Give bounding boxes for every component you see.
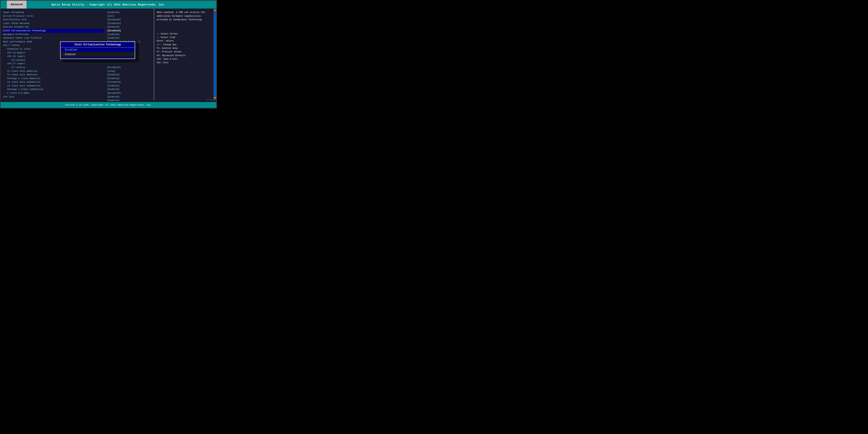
bios-screen: Advanced Aptio Setup Utility - Copyright…: [0, 0, 217, 108]
right-panel: ▲ ▼ When enabled, a VMM can utilize the …: [154, 8, 216, 100]
help-key-f10: F10: Save & Exit: [157, 57, 211, 61]
popup-option-enabled[interactable]: Enabled: [61, 52, 134, 57]
help-key-change: +/-: Change Opt.: [157, 43, 211, 46]
value-hyper-threading: [Enabled]: [107, 11, 153, 14]
scroll-up-icon[interactable]: ▲: [214, 8, 216, 12]
right-scrollbar[interactable]: ▲ ▼: [213, 8, 216, 100]
menu-item-c3-auto-undemotion[interactable]: C3 state auto undemotion: [3, 84, 104, 88]
menu-item-package-c-demotion[interactable]: Package C state demotion: [3, 77, 104, 81]
menu-item-cfg-lock[interactable]: CFG lock: [3, 95, 104, 99]
value-limit-cpuid: [Disabled]: [107, 22, 153, 26]
help-description: When enabled, a VMM can utilize the addi…: [157, 11, 205, 21]
value-adjacent-cache: [Enabled]: [107, 36, 153, 40]
menu-item-cpu-c7-report[interactable]: CPU C7 report: [3, 62, 104, 66]
menu-item-active-processor-cores[interactable]: Active Processor Cores: [3, 14, 104, 18]
menu-item-c-state-prewake[interactable]: C state Pre-Wake: [3, 91, 104, 95]
help-key-screen: ←→ Select Screen: [157, 32, 211, 36]
menu-item-limit-cpuid[interactable]: Limit CPUID Maximum: [3, 22, 104, 26]
value-c7-latency: [Disabled]: [107, 66, 153, 69]
menu-item-hardware-prefetcher[interactable]: Hardware Prefetcher: [3, 33, 104, 36]
help-key-f9: F9: Optimized Defaults: [157, 54, 211, 57]
menu-item-hyper-threading[interactable]: Hyper-threading: [3, 11, 104, 14]
scrollbar-thumb: [214, 13, 216, 96]
value-cpu-c7: [107, 62, 153, 66]
popup-title: Intel Virtualization Technology: [61, 42, 134, 48]
value-c1-auto-dem: [Long]: [107, 69, 153, 73]
value-pkg-c-undem: [Enabled]: [107, 88, 153, 91]
menu-item-c1-auto-undemotion[interactable]: C1 state auto undemotion: [3, 80, 104, 84]
help-keys-section: ←→ Select Screen ↑↓ Select Item Enter: S…: [157, 32, 214, 65]
tab-advanced[interactable]: Advanced: [7, 1, 27, 8]
help-key-f1: F1: General Help: [157, 46, 211, 50]
menu-item-overclocking-lock[interactable]: Overclocking lock: [3, 18, 104, 22]
menu-item-c3-auto-demotion[interactable]: C3 state auto demotion: [3, 73, 104, 77]
value-execute-disable: [Enabled]: [107, 25, 153, 29]
menu-item-execute-disable-bit[interactable]: Execute Disable Bit: [3, 25, 104, 29]
help-key-f7: F7: Previous Values: [157, 50, 211, 54]
header-title: Aptio Setup Utility - Copyright (C) 2012…: [51, 3, 166, 6]
value-pkg-c-dem: [Enabled]: [107, 77, 153, 81]
value-hw-prefetcher: [Enabled]: [107, 33, 153, 36]
value-c3-auto-undem: [Enabled]: [107, 84, 153, 88]
menu-item-c7-latency[interactable]: C7 Latency: [3, 66, 104, 69]
footer-text: Version 2.15.1236. Copyright (C) 2012 Am…: [65, 104, 152, 106]
value-c3-auto-dem: [Enabled]: [107, 73, 153, 77]
popup-dialog: Intel Virtualization Technology Disabled…: [60, 41, 135, 59]
value-c-prewake: [Disabled]: [107, 91, 153, 95]
header-bar: Advanced Aptio Setup Utility - Copyright…: [1, 1, 216, 8]
help-key-enter: Enter: Select: [157, 39, 211, 43]
footer-bar: Version 2.15.1236. Copyright (C) 2012 Am…: [1, 102, 216, 108]
help-key-esc: ESC: Exit: [157, 61, 211, 64]
menu-item-package-c-undemotion[interactable]: Package C state undemotion: [3, 88, 104, 91]
value-overclocking: [Disabled]: [107, 18, 153, 22]
menu-item-c1-auto-demotion[interactable]: C1 state auto demotion: [3, 69, 104, 73]
value-intel-vt: [Disabled]: [107, 29, 153, 33]
help-key-item: ↑↓ Select Item: [157, 36, 211, 39]
menu-item-intel-vt[interactable]: Intel Virtualization Technology: [3, 29, 104, 33]
watermark: 想己导航网: [207, 98, 216, 101]
value-active-processor: [All]: [107, 14, 153, 18]
menu-item-adjacent-cache[interactable]: Adjacent Cache Line Prefetch: [3, 36, 104, 40]
help-text: When enabled, a VMM can utilize the addi…: [157, 11, 214, 22]
value-cfg-lock: [Enabled]: [107, 95, 153, 99]
popup-option-disabled[interactable]: Disabled: [61, 48, 134, 52]
value-c1-auto-undem: [Disabled]: [107, 80, 153, 84]
